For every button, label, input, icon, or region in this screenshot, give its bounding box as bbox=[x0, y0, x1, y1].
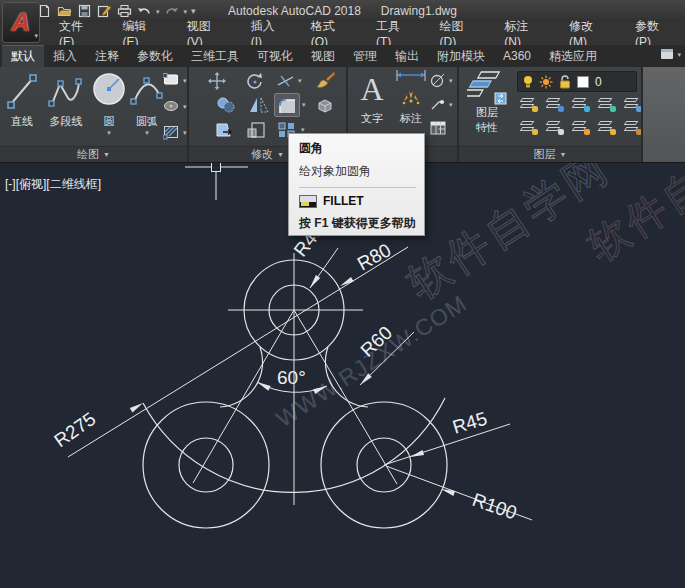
layer-isolate-icon[interactable] bbox=[519, 97, 538, 112]
tab-a360[interactable]: A360 bbox=[494, 45, 540, 67]
mirror-button[interactable] bbox=[249, 96, 269, 114]
arc-button[interactable]: 圆弧 ▾ bbox=[128, 70, 166, 136]
tab-parametric[interactable]: 参数化 bbox=[128, 45, 182, 67]
explode-icon bbox=[315, 96, 334, 114]
layer-makecurrent-icon[interactable] bbox=[545, 120, 564, 135]
panel-draw: 直线 多段线 圆 ▾ bbox=[0, 67, 187, 162]
ribbon-empty-area bbox=[643, 67, 685, 162]
autocad-logo-icon: A bbox=[12, 7, 31, 38]
left-outer-circle bbox=[143, 402, 269, 528]
rotate-button[interactable] bbox=[246, 72, 264, 90]
scale-button[interactable] bbox=[246, 121, 266, 139]
line-button[interactable]: 直线 bbox=[2, 70, 42, 129]
layer-color-swatch[interactable] bbox=[577, 76, 589, 88]
viewport-controls-label[interactable]: [-][俯视][二维线框] bbox=[5, 176, 101, 193]
tab-featured[interactable]: 精选应用 bbox=[540, 45, 606, 67]
layer-state-control[interactable]: 0 bbox=[517, 71, 637, 92]
menu-view[interactable]: 视图(V) bbox=[173, 22, 237, 45]
centermark-button[interactable]: ▾ bbox=[430, 73, 453, 88]
angle-left-arrow bbox=[257, 382, 271, 391]
layer-properties-button[interactable]: 图层 特性 bbox=[465, 69, 509, 135]
layer-lock-icon[interactable] bbox=[597, 97, 616, 112]
stretch-button[interactable] bbox=[215, 121, 235, 139]
svg-text:WWW.RJZXW.COM: WWW.RJZXW.COM bbox=[272, 290, 472, 432]
fillet-command-icon bbox=[299, 195, 317, 208]
layer-thaw-all-icon[interactable] bbox=[571, 120, 590, 135]
tab-visualize[interactable]: 可视化 bbox=[248, 45, 302, 67]
tooltip-command: FILLET bbox=[323, 194, 364, 208]
layer-thaw-sun-icon bbox=[539, 75, 553, 89]
tab-home[interactable]: 默认 bbox=[2, 45, 44, 67]
tab-3dtools[interactable]: 三维工具 bbox=[182, 45, 248, 67]
polyline-button[interactable]: 多段线 bbox=[42, 70, 90, 129]
stretch-icon bbox=[215, 121, 235, 139]
tab-annotate[interactable]: 注释 bbox=[86, 45, 128, 67]
left-slant-centerline bbox=[193, 310, 294, 483]
circle-button[interactable]: 圆 ▾ bbox=[90, 70, 128, 136]
centermark-icon bbox=[430, 73, 446, 88]
ribbon-tab-bar: 默认 插入 注释 参数化 三维工具 可视化 视图 管理 输出 附加模块 A360… bbox=[0, 45, 685, 67]
appmenu-dropdown-icon: ▾ bbox=[34, 32, 38, 39]
arc-dropdown-icon[interactable]: ▾ bbox=[145, 129, 149, 136]
document-title: Drawing1.dwg bbox=[381, 4, 457, 18]
explode-button[interactable] bbox=[315, 96, 334, 114]
menu-file[interactable]: 文件(F) bbox=[45, 22, 109, 45]
table-button[interactable] bbox=[430, 121, 446, 135]
left-fillet-arc bbox=[220, 347, 263, 407]
rectangle-icon bbox=[163, 73, 180, 87]
ribbon-display-toggle[interactable]: ▾ bbox=[660, 48, 681, 60]
application-menu-button[interactable]: A ▾ bbox=[2, 2, 40, 43]
layer-merge-icon[interactable] bbox=[623, 120, 642, 135]
tab-output[interactable]: 输出 bbox=[386, 45, 428, 67]
tab-insert[interactable]: 插入 bbox=[44, 45, 86, 67]
fillet-dropdown-icon[interactable]: ▾ bbox=[302, 101, 306, 108]
rectangle-button[interactable]: ▾ bbox=[163, 73, 187, 87]
layer-unisolate-icon[interactable] bbox=[519, 120, 538, 135]
menu-draw[interactable]: 绘图(D) bbox=[426, 22, 491, 45]
menu-modify[interactable]: 修改(M) bbox=[555, 22, 621, 45]
array-dropdown-icon[interactable]: ▾ bbox=[301, 126, 305, 133]
layer-freeze-icon[interactable] bbox=[571, 97, 590, 112]
dim-r275: R275 bbox=[50, 408, 99, 451]
tab-addins[interactable]: 附加模块 bbox=[428, 45, 494, 67]
dimension-button[interactable]: 标注 bbox=[392, 69, 430, 126]
fillet-button[interactable] bbox=[274, 93, 300, 117]
hatch-icon bbox=[163, 125, 180, 140]
r100-arrow bbox=[441, 489, 455, 496]
layer-previous-icon[interactable] bbox=[623, 97, 642, 112]
move-button[interactable] bbox=[208, 72, 226, 90]
ellipse-button[interactable]: ▾ bbox=[163, 99, 187, 113]
text-button[interactable]: A 文字 bbox=[354, 69, 390, 126]
erase-button[interactable] bbox=[316, 71, 336, 90]
menu-insert[interactable]: 插入(I) bbox=[237, 22, 297, 45]
dim-r100: R100 bbox=[470, 489, 520, 524]
menu-edit[interactable]: 编辑(E) bbox=[109, 22, 173, 45]
leader-button[interactable]: ▾ bbox=[430, 97, 453, 111]
trim-dropdown-icon[interactable]: ▾ bbox=[298, 77, 302, 84]
erase-icon bbox=[316, 71, 336, 90]
menu-tools[interactable]: 工具(T) bbox=[362, 22, 426, 45]
copy-button[interactable] bbox=[216, 96, 236, 114]
menu-dimension[interactable]: 标注(N) bbox=[490, 22, 555, 45]
arc-icon bbox=[129, 70, 165, 112]
hatch-button[interactable]: ▾ bbox=[163, 125, 187, 140]
menu-parametric[interactable]: 参数(P) bbox=[621, 22, 685, 45]
menu-format[interactable]: 格式(O) bbox=[297, 22, 362, 45]
tooltip-divider bbox=[299, 187, 416, 188]
r275-arrow bbox=[130, 403, 143, 413]
diagonal-dimension-line bbox=[68, 247, 408, 457]
move-icon bbox=[208, 72, 226, 90]
circle-dropdown-icon[interactable]: ▾ bbox=[107, 129, 111, 136]
fillet-icon bbox=[277, 96, 299, 116]
fillet-tooltip: 圆角 给对象加圆角 FILLET 按 F1 键获得更多帮助 bbox=[288, 133, 425, 236]
trim-button[interactable] bbox=[277, 74, 295, 88]
dim-angle: 60° bbox=[277, 367, 306, 388]
layer-unlock2-icon[interactable] bbox=[597, 120, 616, 135]
tab-view[interactable]: 视图 bbox=[302, 45, 344, 67]
panel-label-layers[interactable]: 图层▼ bbox=[459, 146, 641, 162]
tab-manage[interactable]: 管理 bbox=[344, 45, 386, 67]
leader-icon bbox=[430, 97, 446, 111]
layer-match-icon[interactable] bbox=[545, 97, 564, 112]
left-inner-circle bbox=[179, 438, 233, 492]
panel-label-draw[interactable]: 绘图▼ bbox=[0, 146, 187, 162]
